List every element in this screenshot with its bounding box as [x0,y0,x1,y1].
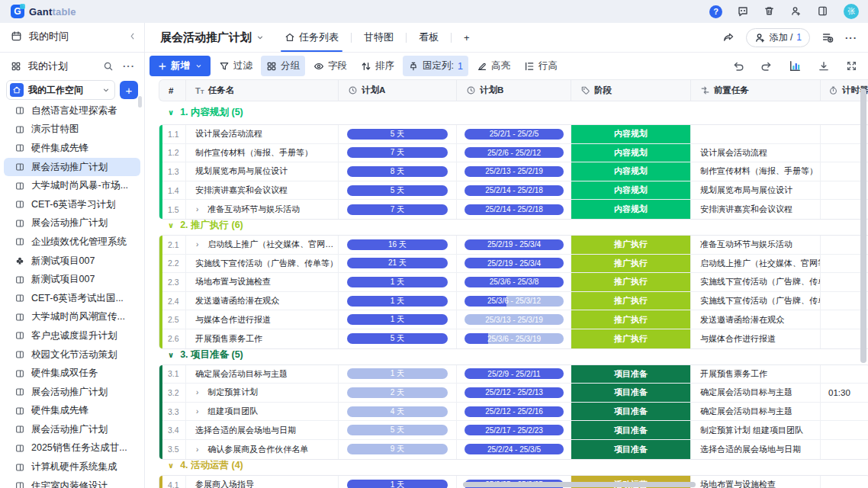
sidebar-scrollbar[interactable] [138,96,142,108]
group-collapse-icon[interactable]: ∨ [168,221,174,230]
plan-b-cell[interactable]: 25/2/6 - 25/2/12 [457,144,571,162]
progress-bar[interactable]: 25/2/13 - 25/2/19 [465,166,564,177]
add-workspace-button[interactable]: + [120,81,138,99]
predecessor-cell[interactable]: 选择合适的展会场地与日期 [691,440,821,459]
sort-button[interactable]: 排序 [355,56,400,76]
expand-icon[interactable]: › [196,388,198,396]
row-height-button[interactable]: 行高 [519,56,563,76]
task-name-cell[interactable]: 实施线下宣传活动（广告牌、传单等） [186,255,339,273]
progress-bar[interactable]: 16 天 [347,239,448,250]
task-name-cell[interactable]: 发送邀请函给潜在观众 [186,292,339,310]
task-row[interactable]: 3.5›确认参展商及合作伙伴名单9 天25/2/24 - 25/3/5项目准备选… [159,440,868,459]
progress-bar[interactable]: 25/3/13 - 25/3/19 [465,314,564,325]
undo-icon[interactable] [732,60,744,72]
pinned-column-button[interactable]: 固定列:1 [403,56,468,76]
plan-a-cell[interactable]: 5 天 [339,329,457,348]
search-icon[interactable] [103,61,114,72]
progress-bar[interactable]: 25/2/12 - 25/2/16 [465,406,564,417]
sidebar-my-time[interactable]: 我的时间 [0,23,144,50]
stage-cell[interactable]: 推广执行 [571,310,691,329]
task-row[interactable]: 2.1›启动线上推广（社交媒体、官网等）16 天25/2/19 - 25/3/4… [159,236,868,255]
predecessor-cell[interactable]: 实施线下宣传活动（广告牌、传单等） [691,292,821,310]
task-name-cell[interactable]: 制作宣传材料（海报、手册等） [186,144,339,162]
task-name-cell[interactable]: 确定展会活动目标与主题 [186,365,339,384]
expand-icon[interactable]: › [196,240,198,249]
sidebar-item[interactable]: 校园文化节活动策划 [0,345,144,364]
task-row[interactable]: 2.5与媒体合作进行报道1 天25/3/13 - 25/3/19推广执行发送邀请… [159,310,868,329]
task-name-cell[interactable]: 与媒体合作进行报道 [186,310,339,329]
sidebar-my-plan[interactable]: 我的计划 ··· [0,55,144,77]
predecessor-cell[interactable]: 场地布置与设施检查 [691,476,821,488]
predecessor-cell[interactable]: 启动线上推广（社交媒体、官网等） [691,255,821,273]
redo-icon[interactable] [760,60,773,72]
group-header[interactable]: ∨3. 项目准备 (5) [159,349,868,364]
sidebar-item[interactable]: 硬件集成先锋 [0,402,144,421]
sidebar-item[interactable]: CET-6英语学习计划 [0,195,144,214]
progress-bar[interactable]: 5 天 [347,185,448,196]
predecessor-cell[interactable] [691,125,821,143]
app-logo[interactable]: G Ganttable [11,5,76,18]
expand-icon[interactable]: › [196,407,198,416]
tab-kanban[interactable]: 看板 [416,23,441,52]
task-row[interactable]: 1.1设计展会活动流程5 天25/2/1 - 25/2/5内容规划 [159,125,868,144]
trash-icon[interactable] [764,5,776,18]
sidebar-item[interactable]: CET-6英语考试出国... [0,289,144,308]
stage-cell[interactable]: 项目准备 [571,384,691,402]
plan-a-cell[interactable]: 1 天 [339,292,457,310]
sidebar-item[interactable]: 大学城时尚风潮宣传... [0,308,144,327]
sidebar-item[interactable]: 2025销售任务达成甘... [0,439,144,458]
vertical-scrollbar[interactable] [860,88,866,363]
task-row[interactable]: 3.1确定展会活动目标与主题1 天25/2/9 - 25/2/11项目准备开展预… [159,365,868,384]
progress-bar[interactable]: 21 天 [347,258,448,268]
progress-bar[interactable]: 25/2/14 - 25/2/18 [465,185,564,196]
sidebar-item[interactable]: 展会活动推广计划 [4,158,140,177]
add-member-button[interactable]: 添加 /1 [746,28,810,47]
plan-a-cell[interactable]: 5 天 [339,181,457,200]
predecessor-cell[interactable]: 发送邀请函给潜在观众 [691,310,821,329]
progress-bar[interactable]: 25/2/6 - 25/2/12 [465,147,564,158]
progress-bar[interactable]: 25/2/19 - 25/3/4 [465,258,564,268]
plan-a-cell[interactable]: 2 天 [339,384,457,402]
plan-a-cell[interactable]: 4 天 [339,403,457,421]
progress-bar[interactable]: 1 天 [347,368,448,379]
predecessor-cell[interactable]: 安排演讲嘉宾和会议议程 [691,200,821,219]
predecessor-cell[interactable]: 制定预算计划 组建项目团队 [691,421,821,439]
progress-bar[interactable]: 9 天 [347,444,448,454]
progress-bar[interactable]: 1 天 [347,296,448,307]
stage-cell[interactable]: 推广执行 [571,329,691,348]
plan-a-cell[interactable]: 7 天 [339,200,457,219]
progress-bar[interactable]: 7 天 [347,147,448,158]
avatar[interactable]: 张 [844,4,859,19]
task-name-cell[interactable]: ›制定预算计划 [186,384,339,402]
group-collapse-icon[interactable]: ∨ [168,108,174,117]
progress-bar[interactable]: 25/3/6 - 25/3/19 [465,333,564,344]
plan-a-cell[interactable]: 1 天 [339,365,457,384]
plan-b-cell[interactable]: 25/3/6 - 25/3/8 [457,273,571,291]
group-header[interactable]: ∨1. 内容规划 (5) [159,101,868,124]
sidebar-item[interactable]: 演示甘特图 [0,120,144,140]
predecessor-cell[interactable]: 实施线下宣传活动（广告牌、传单等） [691,273,821,291]
progress-bar[interactable]: 25/2/19 - 25/3/4 [465,239,564,250]
download-icon[interactable] [818,60,830,72]
predecessor-cell[interactable]: 确定展会活动目标与主题 [691,384,821,402]
task-row[interactable]: 3.3›组建项目团队4 天25/2/12 - 25/2/16项目准备确定展会活动… [159,403,868,422]
plan-a-cell[interactable]: 16 天 [339,236,457,254]
sidebar-item[interactable]: 客户忠诚度提升计划 [0,326,144,345]
sidebar-item[interactable]: 计算机硬件系统集成 [0,458,144,477]
plan-b-cell[interactable]: 25/2/19 - 25/3/4 [457,255,571,273]
stage-cell[interactable]: 推广执行 [571,255,691,273]
plan-b-cell[interactable]: 25/2/1 - 25/2/5 [457,125,571,143]
plan-b-cell[interactable]: 25/2/24 - 25/3/5 [457,440,571,459]
task-row[interactable]: 2.3场地布置与设施检查1 天25/3/6 - 25/3/8推广执行实施线下宣传… [159,273,868,292]
task-row[interactable]: 3.2›制定预算计划2 天25/2/12 - 25/2/13项目准备确定展会活动… [159,384,868,403]
stage-cell[interactable]: 内容规划 [571,125,691,143]
plan-b-cell[interactable]: 25/2/9 - 25/2/11 [457,365,571,384]
plan-b-cell[interactable]: 25/2/12 - 25/2/13 [457,384,571,402]
timer-cell[interactable] [821,476,868,488]
fullscreen-icon[interactable] [846,60,857,72]
stage-cell[interactable]: 内容规划 [571,144,691,162]
progress-bar[interactable]: 5 天 [347,425,448,435]
tab-add[interactable]: + [461,23,472,52]
task-row[interactable]: 1.5›准备互动环节与娱乐活动7 天25/2/14 - 25/2/18内容规划安… [159,200,868,219]
task-name-cell[interactable]: 开展预售票务工作 [186,329,339,348]
